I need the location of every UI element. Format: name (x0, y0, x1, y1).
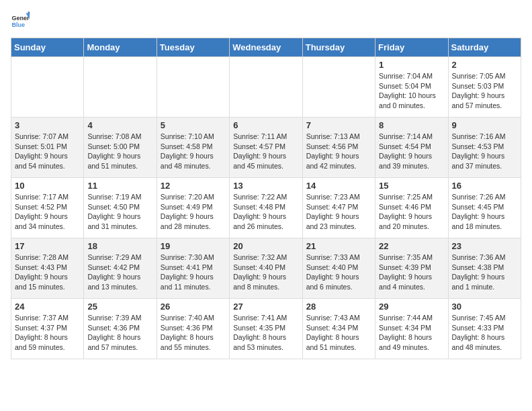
col-header-wednesday: Wednesday (230, 38, 302, 57)
calendar-cell: 9Sunrise: 7:16 AM Sunset: 4:53 PM Daylig… (448, 118, 521, 178)
day-number: 2 (452, 60, 517, 70)
calendar-header-row: SundayMondayTuesdayWednesdayThursdayFrid… (11, 38, 521, 57)
calendar-cell: 11Sunrise: 7:19 AM Sunset: 4:50 PM Dayli… (84, 178, 157, 238)
calendar-week-row: 17Sunrise: 7:28 AM Sunset: 4:43 PM Dayli… (11, 238, 521, 299)
day-number: 12 (161, 181, 226, 191)
calendar-cell: 20Sunrise: 7:32 AM Sunset: 4:40 PM Dayli… (230, 238, 302, 299)
header: General Blue (11, 11, 521, 30)
col-header-friday: Friday (375, 38, 448, 57)
day-number: 21 (306, 241, 371, 251)
day-number: 20 (233, 241, 298, 251)
day-info: Sunrise: 7:19 AM Sunset: 4:50 PM Dayligh… (87, 192, 152, 232)
calendar-cell: 12Sunrise: 7:20 AM Sunset: 4:49 PM Dayli… (157, 178, 229, 238)
day-info: Sunrise: 7:22 AM Sunset: 4:48 PM Dayligh… (233, 192, 298, 232)
day-number: 14 (306, 181, 371, 191)
day-number: 4 (87, 120, 152, 130)
calendar-week-row: 10Sunrise: 7:17 AM Sunset: 4:52 PM Dayli… (11, 178, 521, 238)
day-info: Sunrise: 7:40 AM Sunset: 4:36 PM Dayligh… (161, 313, 226, 353)
day-info: Sunrise: 7:13 AM Sunset: 4:56 PM Dayligh… (306, 132, 371, 171)
calendar-cell: 30Sunrise: 7:45 AM Sunset: 4:33 PM Dayli… (448, 299, 521, 359)
calendar-week-row: 1Sunrise: 7:04 AM Sunset: 5:04 PM Daylig… (11, 57, 521, 118)
day-info: Sunrise: 7:14 AM Sunset: 4:54 PM Dayligh… (379, 132, 444, 171)
day-info: Sunrise: 7:39 AM Sunset: 4:36 PM Dayligh… (87, 313, 152, 353)
calendar-cell (84, 57, 157, 118)
day-info: Sunrise: 7:32 AM Sunset: 4:40 PM Dayligh… (233, 253, 298, 292)
day-info: Sunrise: 7:08 AM Sunset: 5:00 PM Dayligh… (87, 132, 152, 171)
calendar-cell: 10Sunrise: 7:17 AM Sunset: 4:52 PM Dayli… (11, 178, 84, 238)
logo-icon: General Blue (11, 11, 30, 30)
calendar-week-row: 24Sunrise: 7:37 AM Sunset: 4:37 PM Dayli… (11, 299, 521, 359)
day-info: Sunrise: 7:07 AM Sunset: 5:01 PM Dayligh… (15, 132, 80, 171)
day-info: Sunrise: 7:17 AM Sunset: 4:52 PM Dayligh… (15, 192, 80, 232)
calendar-cell: 17Sunrise: 7:28 AM Sunset: 4:43 PM Dayli… (11, 238, 84, 299)
day-number: 9 (452, 120, 517, 130)
day-info: Sunrise: 7:45 AM Sunset: 4:33 PM Dayligh… (452, 313, 517, 353)
svg-text:General: General (11, 15, 30, 21)
day-number: 8 (379, 120, 444, 130)
calendar-cell: 6Sunrise: 7:11 AM Sunset: 4:57 PM Daylig… (230, 118, 302, 178)
day-info: Sunrise: 7:35 AM Sunset: 4:39 PM Dayligh… (379, 253, 444, 292)
day-number: 17 (15, 241, 80, 251)
day-number: 30 (452, 302, 517, 312)
day-info: Sunrise: 7:41 AM Sunset: 4:35 PM Dayligh… (233, 313, 298, 353)
day-number: 26 (161, 302, 226, 312)
calendar-cell: 14Sunrise: 7:23 AM Sunset: 4:47 PM Dayli… (302, 178, 375, 238)
calendar-cell: 13Sunrise: 7:22 AM Sunset: 4:48 PM Dayli… (230, 178, 302, 238)
day-number: 1 (379, 60, 444, 70)
calendar-cell: 23Sunrise: 7:36 AM Sunset: 4:38 PM Dayli… (448, 238, 521, 299)
calendar-cell (11, 57, 84, 118)
calendar-cell: 28Sunrise: 7:43 AM Sunset: 4:34 PM Dayli… (302, 299, 375, 359)
day-number: 15 (379, 181, 444, 191)
day-info: Sunrise: 7:05 AM Sunset: 5:03 PM Dayligh… (452, 71, 517, 111)
day-number: 25 (87, 302, 152, 312)
calendar-cell (302, 57, 375, 118)
day-number: 16 (452, 181, 517, 191)
calendar-cell (230, 57, 302, 118)
day-info: Sunrise: 7:44 AM Sunset: 4:34 PM Dayligh… (379, 313, 444, 353)
calendar-cell: 3Sunrise: 7:07 AM Sunset: 5:01 PM Daylig… (11, 118, 84, 178)
calendar-cell (157, 57, 229, 118)
day-info: Sunrise: 7:04 AM Sunset: 5:04 PM Dayligh… (379, 71, 444, 111)
col-header-thursday: Thursday (302, 38, 375, 57)
day-number: 5 (161, 120, 226, 130)
day-number: 13 (233, 181, 298, 191)
logo: General Blue (11, 11, 32, 30)
day-number: 7 (306, 120, 371, 130)
day-number: 10 (15, 181, 80, 191)
day-info: Sunrise: 7:28 AM Sunset: 4:43 PM Dayligh… (15, 253, 80, 292)
day-number: 28 (306, 302, 371, 312)
day-info: Sunrise: 7:11 AM Sunset: 4:57 PM Dayligh… (233, 132, 298, 171)
day-number: 11 (87, 181, 152, 191)
calendar-cell: 4Sunrise: 7:08 AM Sunset: 5:00 PM Daylig… (84, 118, 157, 178)
day-info: Sunrise: 7:30 AM Sunset: 4:41 PM Dayligh… (161, 253, 226, 292)
calendar-cell: 29Sunrise: 7:44 AM Sunset: 4:34 PM Dayli… (375, 299, 448, 359)
svg-text:Blue: Blue (11, 21, 25, 28)
calendar-cell: 19Sunrise: 7:30 AM Sunset: 4:41 PM Dayli… (157, 238, 229, 299)
day-number: 6 (233, 120, 298, 130)
day-number: 27 (233, 302, 298, 312)
calendar-cell: 1Sunrise: 7:04 AM Sunset: 5:04 PM Daylig… (375, 57, 448, 118)
day-number: 23 (452, 241, 517, 251)
calendar-cell: 7Sunrise: 7:13 AM Sunset: 4:56 PM Daylig… (302, 118, 375, 178)
calendar-cell: 22Sunrise: 7:35 AM Sunset: 4:39 PM Dayli… (375, 238, 448, 299)
day-info: Sunrise: 7:26 AM Sunset: 4:45 PM Dayligh… (452, 192, 517, 232)
day-number: 22 (379, 241, 444, 251)
calendar-cell: 15Sunrise: 7:25 AM Sunset: 4:46 PM Dayli… (375, 178, 448, 238)
day-info: Sunrise: 7:10 AM Sunset: 4:58 PM Dayligh… (161, 132, 226, 171)
calendar-cell: 16Sunrise: 7:26 AM Sunset: 4:45 PM Dayli… (448, 178, 521, 238)
col-header-saturday: Saturday (448, 38, 521, 57)
calendar-cell: 2Sunrise: 7:05 AM Sunset: 5:03 PM Daylig… (448, 57, 521, 118)
calendar-cell: 26Sunrise: 7:40 AM Sunset: 4:36 PM Dayli… (157, 299, 229, 359)
day-number: 18 (87, 241, 152, 251)
day-number: 24 (15, 302, 80, 312)
day-info: Sunrise: 7:29 AM Sunset: 4:42 PM Dayligh… (87, 253, 152, 292)
day-number: 19 (161, 241, 226, 251)
calendar-week-row: 3Sunrise: 7:07 AM Sunset: 5:01 PM Daylig… (11, 118, 521, 178)
col-header-monday: Monday (84, 38, 157, 57)
day-info: Sunrise: 7:16 AM Sunset: 4:53 PM Dayligh… (452, 132, 517, 171)
calendar-cell: 25Sunrise: 7:39 AM Sunset: 4:36 PM Dayli… (84, 299, 157, 359)
calendar-cell: 21Sunrise: 7:33 AM Sunset: 4:40 PM Dayli… (302, 238, 375, 299)
day-number: 29 (379, 302, 444, 312)
day-info: Sunrise: 7:23 AM Sunset: 4:47 PM Dayligh… (306, 192, 371, 232)
calendar-cell: 24Sunrise: 7:37 AM Sunset: 4:37 PM Dayli… (11, 299, 84, 359)
